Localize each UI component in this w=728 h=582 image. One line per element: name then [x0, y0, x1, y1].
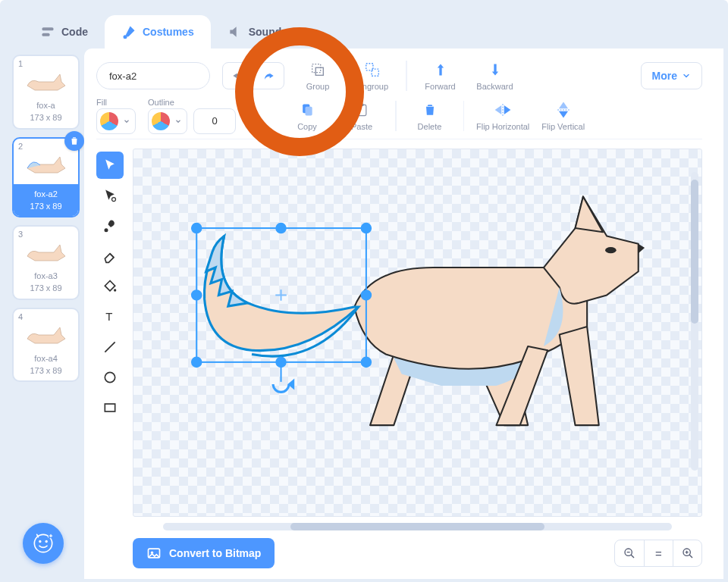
costume-thumb[interactable]: 2 fox-a2 173 x 89: [12, 137, 80, 218]
paste-label: Paste: [351, 122, 372, 131]
delete-label: Delete: [418, 122, 442, 131]
outline-color-button[interactable]: [148, 108, 187, 134]
canvas-wrap: Convert to Bitmap =: [133, 149, 702, 568]
rectangle-tool[interactable]: [96, 394, 124, 421]
svg-point-4: [39, 540, 41, 543]
reshape-tool[interactable]: [96, 182, 124, 209]
outline-label: Outline: [148, 98, 236, 107]
costume-name-label: fox-a4: [17, 353, 75, 364]
backward-icon: [488, 61, 503, 79]
svg-rect-13: [357, 105, 366, 115]
svg-point-17: [112, 198, 116, 202]
flip-v-label: Flip Vertical: [541, 122, 585, 131]
paste-button[interactable]: Paste: [340, 95, 383, 136]
eraser-tool[interactable]: [96, 242, 124, 270]
editor-tabs: Code Costumes Sounds: [24, 15, 723, 48]
costume-number: 3: [18, 230, 23, 239]
tab-costumes[interactable]: Costumes: [105, 15, 211, 48]
group-icon: [309, 61, 326, 79]
tab-code[interactable]: Code: [24, 15, 105, 48]
costume-number: 2: [18, 142, 23, 151]
svg-rect-8: [315, 67, 323, 75]
tool-palette: T: [96, 149, 127, 568]
svg-rect-23: [105, 404, 115, 411]
costume-name-label: fox-a3: [17, 271, 75, 281]
costume-preview: [17, 236, 75, 269]
costume-dims-label: 173 x 89: [17, 365, 75, 376]
backward-button[interactable]: Backward: [474, 55, 516, 96]
flip-h-label: Flip Horizontal: [476, 122, 529, 131]
flip-vertical-button[interactable]: Flip Vertical: [541, 95, 585, 136]
svg-point-2: [124, 35, 127, 39]
costume-dims-label: 173 x 89: [17, 112, 75, 123]
vertical-scrollbar[interactable]: [691, 172, 698, 471]
costume-name-label: fox-a2: [14, 189, 78, 199]
zoom-in-button[interactable]: [673, 540, 701, 566]
forward-label: Forward: [425, 82, 455, 91]
canvas-area: T: [96, 149, 702, 568]
svg-line-41: [631, 555, 634, 558]
horizontal-scrollbar[interactable]: [163, 523, 672, 530]
costume-dims-label: 173 x 89: [17, 283, 75, 293]
select-tool[interactable]: [96, 152, 124, 179]
forward-icon: [433, 61, 448, 79]
sound-icon: [228, 24, 243, 39]
chevron-down-icon: [682, 71, 691, 80]
group-label: Group: [306, 82, 330, 91]
drawing-canvas[interactable]: [133, 149, 702, 517]
toolbar-row-1: Group Ungroup Forward Backward Mor: [96, 59, 702, 92]
svg-point-22: [105, 372, 115, 382]
chevron-down-icon: [174, 117, 182, 125]
fill-group: Fill: [96, 98, 136, 134]
costume-number: 1: [18, 59, 23, 68]
fill-color-button[interactable]: [96, 108, 136, 134]
convert-to-bitmap-button[interactable]: Convert to Bitmap: [133, 538, 275, 568]
copy-button[interactable]: Copy: [286, 95, 328, 136]
ungroup-button[interactable]: Ungroup: [351, 55, 394, 96]
costume-preview: [17, 65, 75, 99]
costume-thumb[interactable]: 1 fox-a 173 x 89: [12, 55, 80, 130]
chevron-down-icon: [123, 117, 130, 125]
tab-costumes-label: Costumes: [143, 26, 194, 38]
add-costume-button[interactable]: [23, 523, 64, 564]
tab-code-label: Code: [61, 26, 88, 38]
circle-tool[interactable]: [96, 364, 124, 391]
svg-point-29: [192, 290, 201, 299]
zoom-reset-button[interactable]: =: [644, 540, 673, 566]
svg-rect-14: [360, 103, 364, 105]
paint-editor: Group Ungroup Forward Backward Mor: [84, 48, 723, 579]
svg-point-18: [105, 228, 108, 232]
flip-horizontal-button[interactable]: Flip Horizontal: [476, 95, 529, 136]
undo-button[interactable]: [223, 63, 253, 89]
line-tool[interactable]: [96, 333, 124, 361]
zoom-controls: =: [614, 540, 702, 567]
svg-point-5: [46, 540, 48, 543]
svg-point-31: [192, 358, 201, 367]
fill-tool[interactable]: [96, 273, 124, 300]
svg-point-26: [192, 224, 201, 233]
brush-icon: [121, 24, 136, 39]
delete-button[interactable]: Delete: [409, 95, 451, 136]
group-button[interactable]: Group: [297, 55, 339, 96]
toolbar-row-2: Fill Outline: [96, 100, 702, 139]
outline-width-input[interactable]: [193, 108, 236, 134]
svg-point-28: [362, 224, 371, 233]
costume-preview: [17, 148, 75, 181]
tab-sounds[interactable]: Sounds: [211, 15, 304, 48]
delete-costume-button[interactable]: [64, 131, 84, 151]
costume-thumb[interactable]: 3 fox-a3 173 x 89: [12, 225, 80, 300]
zoom-out-button[interactable]: [615, 540, 644, 566]
svg-rect-1: [42, 33, 50, 36]
svg-point-33: [362, 358, 371, 367]
brush-tool[interactable]: [96, 212, 124, 239]
zoom-in-icon: [682, 547, 694, 559]
convert-label: Convert to Bitmap: [169, 547, 261, 559]
costume-name-input[interactable]: [96, 62, 210, 89]
svg-text:T: T: [105, 310, 112, 323]
svg-point-30: [362, 290, 371, 299]
text-tool[interactable]: T: [96, 303, 124, 330]
costume-thumb[interactable]: 4 fox-a4 173 x 89: [12, 308, 80, 383]
redo-button[interactable]: [253, 63, 284, 89]
forward-button[interactable]: Forward: [419, 55, 462, 96]
more-button[interactable]: More: [641, 62, 702, 89]
